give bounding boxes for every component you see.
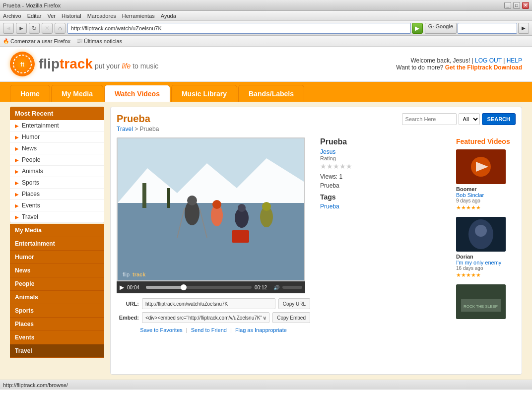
maximize-button[interactable]: □ (513, 2, 520, 9)
logo-track-text: track (60, 56, 93, 71)
sidebar-link-animals[interactable]: Animals (10, 291, 104, 304)
back-button[interactable]: ◄ (3, 23, 14, 34)
logout-link[interactable]: LOG OUT (475, 57, 502, 64)
video-actions: Save to Favorites | Send to Friend | Fla… (117, 327, 310, 333)
sidebar-link-humor[interactable]: Humor (10, 251, 104, 264)
video-description: Prueba (320, 182, 446, 189)
sidebar-nav-entertainment[interactable]: ▶ Entertainment (10, 120, 104, 132)
sidebar-nav-events[interactable]: ▶ Events (10, 200, 104, 211)
embed-input[interactable] (142, 312, 269, 323)
views-count: Views: 1 (320, 173, 446, 180)
content-search-select[interactable]: All (459, 113, 480, 125)
flag-inappropriate-link[interactable]: Flag as Inappropriate (235, 327, 287, 333)
progress-thumb[interactable] (181, 284, 187, 290)
send-friend-link[interactable]: Send to Friend (191, 327, 227, 333)
status-bar: http://fliptrack.com/browse/ (0, 380, 532, 390)
nav-tabs: Home My Media Watch Videos Music Library… (0, 82, 532, 102)
sidebar-link-entertainment[interactable]: Entertainment (10, 237, 104, 251)
go-button[interactable]: ▶ (412, 23, 423, 34)
page-wrapper: ft fliptrack put your life to music Welc… (0, 47, 532, 380)
featured-thumb-boomer[interactable] (456, 149, 506, 184)
menu-historial[interactable]: Historial (62, 13, 81, 19)
sidebar-link-events[interactable]: Events (10, 331, 104, 344)
tab-bands-labels[interactable]: Bands/Labels (238, 85, 304, 102)
menu-herramientas[interactable]: Herramientas (122, 13, 155, 19)
breadcrumb-travel-link[interactable]: Travel (117, 126, 133, 132)
tag-prueba-link[interactable]: Prueba (320, 203, 339, 210)
video-player[interactable]: flip track (117, 137, 305, 281)
close-button[interactable]: ✕ (522, 2, 529, 9)
sidebar-link-sports[interactable]: Sports (10, 304, 104, 318)
tab-home[interactable]: Home (10, 85, 50, 102)
tab-my-media[interactable]: My Media (51, 85, 103, 102)
download-link[interactable]: Get the Fliptrack Download (445, 64, 522, 71)
content-search-button[interactable]: SEARCH (482, 113, 516, 125)
header-user-area: Welcome back, Jesus! | LOG OUT | HELP Wa… (396, 57, 522, 71)
bookmark-news[interactable]: 📰 Últimas noticias (76, 38, 122, 44)
sidebar-nav-places[interactable]: ▶ Places (10, 189, 104, 200)
tab-watch-videos[interactable]: Watch Videos (104, 85, 170, 102)
logo-flip-text: flip (39, 56, 60, 71)
sidebar-nav-icon: ▶ (15, 214, 19, 220)
sidebar-nav: ▶ Entertainment ▶ Humor ▶ News ▶ People (10, 120, 104, 223)
search-engine-selector[interactable]: G· Google (425, 23, 457, 34)
sidebar-link-people[interactable]: People (10, 277, 104, 291)
forward-button[interactable]: ► (16, 23, 27, 34)
home-button[interactable]: ⌂ (55, 23, 66, 34)
sidebar-nav-animals[interactable]: ▶ Animals (10, 166, 104, 177)
browser-search-input[interactable] (458, 23, 517, 34)
bookmark-news-icon: 📰 (76, 38, 82, 44)
menu-ver[interactable]: Ver (47, 13, 56, 19)
status-text: http://fliptrack.com/browse/ (3, 382, 68, 388)
content-search-input[interactable] (402, 113, 457, 125)
sidebar-nav-news[interactable]: ▶ News (10, 143, 104, 154)
sidebar-nav-humor[interactable]: ▶ Humor (10, 132, 104, 143)
sidebar-nav-people[interactable]: ▶ People (10, 154, 104, 166)
sidebar-link-my-media[interactable]: My Media (10, 224, 104, 237)
bookmark-firefox[interactable]: 🔥 Comenzar a usar Firefox (3, 38, 70, 44)
help-link[interactable]: HELP (507, 57, 522, 64)
sidebar-nav-sports[interactable]: ▶ Sports (10, 177, 104, 189)
volume-bar[interactable] (282, 286, 302, 289)
reload-button[interactable]: ↻ (29, 23, 40, 34)
search-bar-container: G· Google ▶ (425, 23, 529, 34)
featured-thumb-3[interactable]: ROCK THE SLEEP (456, 284, 506, 319)
url-copy-button[interactable]: Copy URL (278, 298, 310, 309)
breadcrumb: Travel > Prueba (117, 126, 159, 132)
address-bar[interactable] (67, 23, 411, 34)
stop-button[interactable]: ✕ (42, 23, 53, 34)
sidebar-nav-icon: ▶ (15, 146, 19, 151)
video-author-link[interactable]: Jesus (320, 148, 335, 155)
url-input[interactable] (142, 298, 275, 309)
site-header: ft fliptrack put your life to music Welc… (0, 47, 532, 82)
site-logo-icon[interactable]: ft (10, 52, 35, 76)
menu-archivo[interactable]: Archivo (3, 13, 21, 19)
svg-text:track: track (133, 271, 146, 277)
menu-ayuda[interactable]: Ayuda (161, 13, 176, 19)
bookmarks-bar: 🔥 Comenzar a usar Firefox 📰 Últimas noti… (0, 36, 532, 47)
featured-thumb-dorian[interactable] (456, 217, 506, 252)
sidebar-link-news[interactable]: News (10, 264, 104, 277)
featured-stars-dorian: ★★★★★ (456, 272, 516, 278)
menu-editar[interactable]: Editar (27, 13, 42, 19)
tab-music-library[interactable]: Music Library (171, 85, 237, 102)
progress-fill (146, 286, 183, 289)
embed-copy-button[interactable]: Copy Embed (272, 312, 310, 323)
play-button[interactable]: ▶ (120, 284, 124, 291)
tags-label: Tags (320, 193, 446, 201)
browser-nav-bar: ◄ ► ↻ ✕ ⌂ ▶ G· Google ▶ (0, 21, 532, 36)
sidebar-most-recent: Most Recent ▶ Entertainment ▶ Humor ▶ Ne… (10, 107, 104, 223)
sidebar-link-travel[interactable]: Travel (10, 344, 104, 358)
save-favorites-link[interactable]: Save to Favorites (140, 327, 183, 333)
svg-point-25 (475, 225, 487, 237)
minimize-button[interactable]: _ (504, 2, 511, 9)
sidebar-nav-travel[interactable]: ▶ Travel (10, 211, 104, 223)
featured-video-author-dorian: I'm my only enemy (456, 260, 516, 265)
window-controls[interactable]: _ □ ✕ (504, 2, 529, 9)
menu-marcadores[interactable]: Marcadores (87, 13, 116, 19)
featured-video-boomer: Boomer Bob Sinclar 9 days ago ★★★★★ (456, 149, 516, 211)
progress-bar[interactable] (146, 286, 252, 289)
sidebar-link-places[interactable]: Places (10, 318, 104, 331)
browser-search-go[interactable]: ▶ (518, 23, 529, 34)
video-url-area: URL: Copy URL Embed: Copy Embed (117, 298, 310, 323)
